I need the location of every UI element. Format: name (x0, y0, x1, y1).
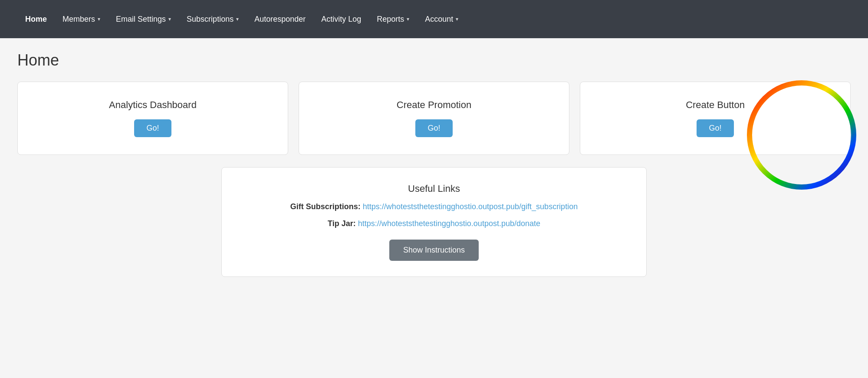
nav-item-label-account: Account (425, 15, 453, 24)
nav-item-label-email-settings: Email Settings (116, 15, 166, 24)
useful-links-section: Useful Links Gift Subscriptions: https:/… (221, 167, 647, 277)
tip-jar-row: Tip Jar: https://whoteststhetestingghost… (328, 219, 540, 228)
nav-item-autoresponder[interactable]: Autoresponder (247, 10, 313, 28)
go-button-create-promotion[interactable]: Go! (415, 119, 452, 137)
page-title: Home (17, 51, 851, 69)
cards-row: Analytics DashboardGo!Create PromotionGo… (17, 82, 851, 155)
card-title-analytics-dashboard: Analytics Dashboard (109, 99, 197, 111)
go-button-analytics-dashboard[interactable]: Go! (134, 119, 171, 137)
card-create-promotion: Create PromotionGo! (299, 82, 569, 155)
nav-item-home[interactable]: Home (17, 10, 55, 28)
gift-subscriptions-label: Gift Subscriptions: (290, 202, 361, 211)
nav-item-members[interactable]: Members▾ (55, 10, 108, 28)
card-create-button: Create ButtonGo! (580, 82, 851, 155)
chevron-down-icon: ▾ (168, 16, 171, 22)
nav-item-reports[interactable]: Reports▾ (369, 10, 417, 28)
tip-jar-link[interactable]: https://whoteststhetestingghostio.outpos… (358, 219, 540, 228)
rainbow-ring-icon (741, 74, 862, 196)
chevron-down-icon: ▾ (98, 16, 100, 22)
nav-item-activity-log[interactable]: Activity Log (313, 10, 369, 28)
main-nav: HomeMembers▾Email Settings▾Subscriptions… (0, 0, 868, 38)
nav-item-email-settings[interactable]: Email Settings▾ (108, 10, 179, 28)
useful-links-title: Useful Links (408, 183, 460, 194)
chevron-down-icon: ▾ (236, 16, 239, 22)
chevron-down-icon: ▾ (407, 16, 409, 22)
card-title-create-button: Create Button (686, 99, 745, 111)
nav-item-label-autoresponder: Autoresponder (254, 15, 306, 24)
nav-item-label-subscriptions: Subscriptions (187, 15, 233, 24)
nav-item-label-activity-log: Activity Log (321, 15, 361, 24)
nav-item-label-members: Members (62, 15, 95, 24)
nav-item-subscriptions[interactable]: Subscriptions▾ (179, 10, 247, 28)
card-analytics-dashboard: Analytics DashboardGo! (17, 82, 288, 155)
gift-subscriptions-link[interactable]: https://whoteststhetestingghostio.outpos… (363, 202, 578, 211)
tip-jar-label: Tip Jar: (328, 219, 356, 228)
chevron-down-icon: ▾ (456, 16, 458, 22)
nav-item-account[interactable]: Account▾ (417, 10, 466, 28)
nav-item-label-home: Home (25, 15, 47, 24)
go-button-create-button[interactable]: Go! (697, 119, 733, 137)
nav-item-label-reports: Reports (377, 15, 404, 24)
show-instructions-button[interactable]: Show Instructions (389, 240, 479, 261)
gift-subscriptions-row: Gift Subscriptions: https://whoteststhet… (290, 202, 578, 211)
svg-point-0 (750, 83, 854, 187)
card-title-create-promotion: Create Promotion (397, 99, 471, 111)
